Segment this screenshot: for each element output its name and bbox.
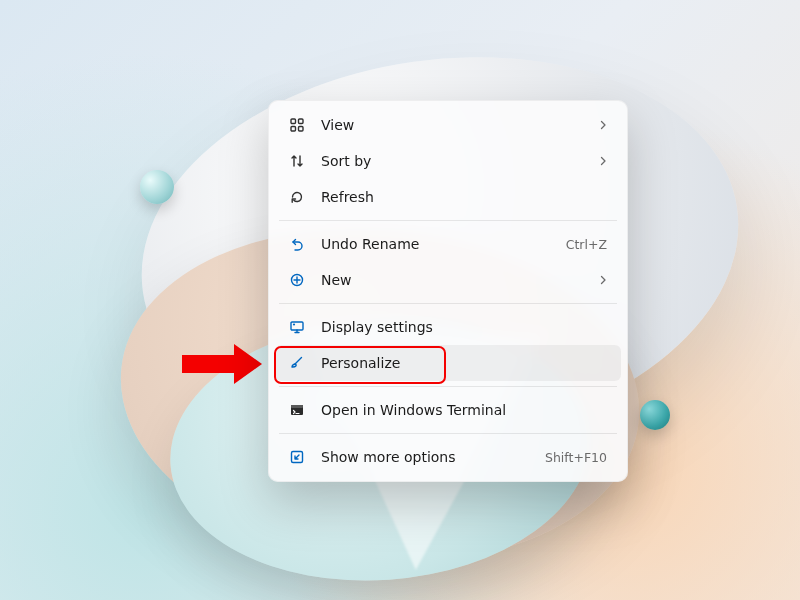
annotation-arrow [182, 344, 262, 384]
sort-icon [287, 153, 307, 169]
menu-item-label: View [321, 117, 597, 133]
menu-item-label: Open in Windows Terminal [321, 402, 609, 418]
svg-rect-2 [291, 127, 296, 132]
refresh-icon [287, 189, 307, 205]
display-icon [287, 319, 307, 335]
menu-item-label: Sort by [321, 153, 597, 169]
menu-item-personalize[interactable]: Personalize [275, 345, 621, 381]
menu-item-label: New [321, 272, 597, 288]
menu-separator [279, 220, 617, 221]
svg-rect-8 [291, 405, 303, 408]
chevron-right-icon [597, 274, 609, 286]
menu-item-label: Show more options [321, 449, 545, 465]
menu-item-shortcut: Ctrl+Z [566, 237, 607, 252]
grid-icon [287, 117, 307, 133]
menu-item-moreopts[interactable]: Show more optionsShift+F10 [275, 439, 621, 475]
brush-icon [287, 355, 307, 371]
menu-item-view[interactable]: View [275, 107, 621, 143]
svg-point-6 [293, 323, 295, 325]
menu-item-shortcut: Shift+F10 [545, 450, 607, 465]
menu-separator [279, 433, 617, 434]
menu-separator [279, 303, 617, 304]
menu-item-sortby[interactable]: Sort by [275, 143, 621, 179]
menu-item-new[interactable]: New [275, 262, 621, 298]
menu-item-refresh[interactable]: Refresh [275, 179, 621, 215]
desktop-context-menu: ViewSort byRefreshUndo RenameCtrl+ZNewDi… [268, 100, 628, 482]
wallpaper-shape [640, 400, 670, 430]
plus-icon [287, 272, 307, 288]
menu-item-label: Display settings [321, 319, 609, 335]
menu-item-label: Refresh [321, 189, 609, 205]
menu-item-undo[interactable]: Undo RenameCtrl+Z [275, 226, 621, 262]
menu-item-display[interactable]: Display settings [275, 309, 621, 345]
menu-separator [279, 386, 617, 387]
wallpaper-shape [140, 170, 174, 204]
menu-item-terminal[interactable]: Open in Windows Terminal [275, 392, 621, 428]
menu-item-label: Personalize [321, 355, 609, 371]
more-icon [287, 449, 307, 465]
chevron-right-icon [597, 119, 609, 131]
svg-rect-1 [299, 119, 304, 124]
svg-rect-0 [291, 119, 296, 124]
undo-icon [287, 236, 307, 252]
chevron-right-icon [597, 155, 609, 167]
terminal-icon [287, 402, 307, 418]
svg-rect-5 [291, 322, 303, 330]
menu-item-label: Undo Rename [321, 236, 566, 252]
svg-rect-3 [299, 127, 304, 132]
